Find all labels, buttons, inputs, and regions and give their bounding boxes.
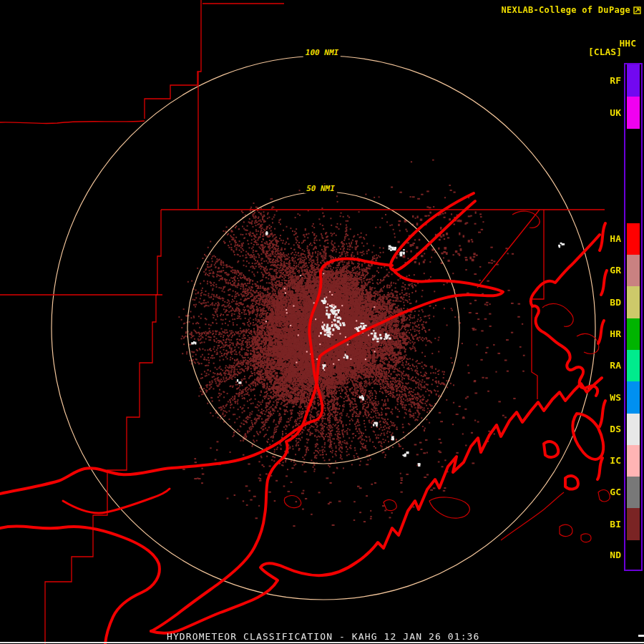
legend-label-IC: IC xyxy=(592,455,621,467)
legend-swatch-BD xyxy=(627,286,640,318)
legend-label-WS: WS xyxy=(592,392,621,404)
ring-label-50nmi: 50 NMI xyxy=(304,184,337,193)
legend-label-HA: HA xyxy=(592,233,621,245)
legend-swatch-UK xyxy=(627,97,640,129)
legend-label-HR: HR xyxy=(592,328,621,340)
legend-swatch-RA xyxy=(627,350,640,381)
footer-divider xyxy=(0,642,644,643)
legend-label-ND: ND xyxy=(592,550,621,561)
external-link-icon xyxy=(633,6,641,14)
product-mode: [CLAS] xyxy=(588,47,622,57)
legend-swatch-DS xyxy=(627,414,640,445)
legend-swatch-HR xyxy=(627,318,640,350)
radar-map-overlay xyxy=(0,0,644,644)
legend-swatch-BI xyxy=(627,508,640,540)
legend-swatch-GC xyxy=(627,477,640,508)
legend-swatch-RF xyxy=(627,64,640,97)
product-title: HYDROMETEOR CLASSIFICATION - KAHG 12 JAN… xyxy=(167,631,479,642)
legend-label-GR: GR xyxy=(592,265,621,276)
header: NEXLAB-College of DuPage xyxy=(501,5,641,15)
brand-text: NEXLAB-College of DuPage xyxy=(501,5,630,15)
legend-swatch-HA xyxy=(627,223,640,255)
ring-label-100nmi: 100 NMI xyxy=(303,48,341,57)
product-code: HHC xyxy=(620,38,636,49)
legend-label-RF: RF xyxy=(592,75,621,87)
legend-swatch-IC xyxy=(627,445,640,477)
edge-tick xyxy=(638,635,644,637)
legend-swatch-spacer xyxy=(627,129,640,223)
legend-label-RA: RA xyxy=(592,360,621,371)
county-boundaries xyxy=(0,0,605,644)
coastline-primary xyxy=(0,193,607,644)
legend-label-UK: UK xyxy=(592,107,621,119)
range-rings xyxy=(52,56,595,600)
radar-display: NEXLAB-College of DuPage HHC [CLAS] 100 … xyxy=(0,0,644,644)
legend-swatch-ND xyxy=(627,540,640,570)
legend-label-DS: DS xyxy=(592,424,621,435)
legend-label-BD: BD xyxy=(592,297,621,308)
legend-label-BI: BI xyxy=(592,519,621,530)
legend-label-GC: GC xyxy=(592,487,621,498)
legend-swatch-GR xyxy=(627,255,640,286)
legend-swatch-WS xyxy=(627,381,640,414)
